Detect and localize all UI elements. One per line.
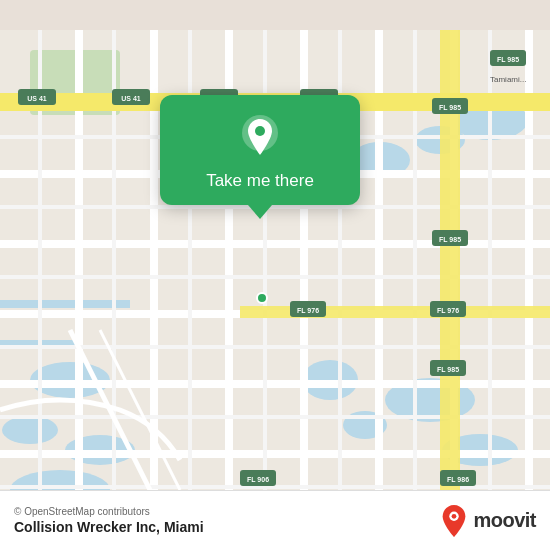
moovit-logo: moovit [439, 504, 536, 538]
bottom-info: © OpenStreetMap contributors Collision W… [14, 506, 204, 535]
svg-point-4 [2, 416, 58, 444]
svg-point-71 [257, 293, 267, 303]
svg-rect-57 [240, 306, 550, 318]
moovit-pin-icon [439, 504, 469, 538]
svg-text:FL 985: FL 985 [439, 104, 461, 111]
popup-label: Take me there [206, 171, 314, 191]
bottom-bar: © OpenStreetMap contributors Collision W… [0, 490, 550, 550]
location-name: Collision Wrecker Inc, Miami [14, 519, 204, 535]
svg-text:FL 985: FL 985 [439, 236, 461, 243]
svg-text:Tamiami...: Tamiami... [490, 75, 526, 84]
moovit-text: moovit [473, 509, 536, 532]
svg-text:FL 976: FL 976 [297, 307, 319, 314]
location-pin-icon [236, 113, 284, 161]
svg-text:FL 906: FL 906 [247, 476, 269, 483]
svg-rect-31 [0, 345, 550, 349]
svg-rect-32 [0, 415, 550, 419]
svg-point-75 [452, 513, 457, 518]
map-container: US 41 US 41 US 41 US 41 FL 985 FL 985 FL… [0, 0, 550, 550]
svg-text:FL 986: FL 986 [447, 476, 469, 483]
take-me-there-button[interactable]: Take me there [160, 95, 360, 205]
svg-text:FL 985: FL 985 [497, 56, 519, 63]
osm-attribution: © OpenStreetMap contributors [14, 506, 204, 517]
svg-text:FL 985: FL 985 [437, 366, 459, 373]
svg-rect-30 [0, 275, 550, 279]
svg-rect-29 [0, 205, 550, 209]
svg-text:US 41: US 41 [27, 95, 47, 102]
map-svg: US 41 US 41 US 41 US 41 FL 985 FL 985 FL… [0, 0, 550, 550]
svg-rect-1 [0, 300, 130, 308]
svg-text:FL 976: FL 976 [437, 307, 459, 314]
svg-text:US 41: US 41 [121, 95, 141, 102]
svg-point-73 [255, 126, 265, 136]
